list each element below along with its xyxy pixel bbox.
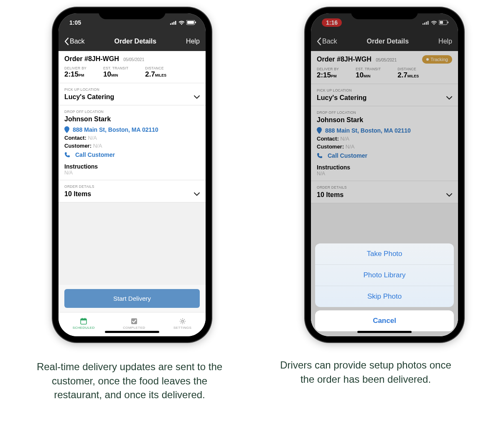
page-title: Order Details xyxy=(367,38,409,45)
page-title: Order Details xyxy=(115,38,156,45)
instructions-label: Instructions xyxy=(317,164,452,171)
address-row[interactable]: 888 Main St, Boston, MA 02110 xyxy=(64,126,200,133)
wifi-icon xyxy=(178,20,185,25)
tab-scheduled[interactable]: SCHEDULED xyxy=(73,317,95,330)
status-icons xyxy=(170,20,196,25)
pickup-section[interactable]: PICK UP LOCATION Lucy's Catering xyxy=(59,83,206,105)
svg-rect-16 xyxy=(428,21,429,25)
svg-rect-1 xyxy=(172,23,173,25)
sheet-option-group: Take Photo Photo Library Skip Photo xyxy=(315,243,454,307)
tracking-badge: Tracking xyxy=(422,55,452,64)
dropoff-section: DROP OFF LOCATION Johnson Stark 888 Main… xyxy=(59,105,206,180)
order-header-section: Order #8JH-WGH 05/05/2021 Tracking DELIV… xyxy=(311,51,458,84)
svg-rect-19 xyxy=(448,22,448,23)
calendar-icon xyxy=(80,317,87,325)
metric-distance: DISTANCE 2.7MILES xyxy=(145,66,166,79)
svg-point-12 xyxy=(181,320,183,322)
customer-row: Customer: N/A xyxy=(64,143,200,149)
svg-rect-9 xyxy=(82,318,83,319)
chevron-down-icon xyxy=(446,193,452,197)
wifi-icon xyxy=(431,20,437,25)
take-photo-button[interactable]: Take Photo xyxy=(315,243,454,265)
svg-rect-8 xyxy=(81,319,87,320)
svg-rect-5 xyxy=(187,21,194,24)
pickup-section[interactable]: PICK UP LOCATION Lucy's Catering xyxy=(311,84,458,106)
caption-left: Real-time delivery updates are sent to t… xyxy=(27,360,232,402)
svg-rect-13 xyxy=(423,23,424,25)
notch xyxy=(99,8,165,19)
nav-bar: Back Order Details Help xyxy=(311,32,458,51)
svg-rect-0 xyxy=(170,23,171,25)
address-text: 888 Main St, Boston, MA 02110 xyxy=(73,126,158,133)
check-icon xyxy=(130,317,138,325)
phone-mockup-left: 1:05 Back Order Details Help xyxy=(53,8,211,342)
photo-action-sheet: Take Photo Photo Library Skip Photo Canc… xyxy=(315,243,454,331)
svg-rect-6 xyxy=(195,22,196,23)
svg-rect-2 xyxy=(173,22,175,25)
svg-rect-10 xyxy=(85,318,86,319)
instructions-label: Instructions xyxy=(64,163,200,170)
phone-icon xyxy=(64,152,70,158)
order-header-section: Order #8JH-WGH 05/05/2021 DELIVER BY 2:1… xyxy=(59,51,206,83)
svg-rect-18 xyxy=(440,21,443,24)
start-delivery-button[interactable]: Start Delivery xyxy=(64,289,200,308)
skip-photo-button[interactable]: Skip Photo xyxy=(315,286,454,307)
notch xyxy=(351,8,418,19)
items-count: 10 Items xyxy=(317,191,344,199)
chevron-down-icon xyxy=(194,95,200,99)
content-scroll[interactable]: Order #8JH-WGH 05/05/2021 DELIVER BY 2:1… xyxy=(59,51,206,336)
metric-transit: EST. TRANSIT 10MIN xyxy=(356,67,381,79)
cancel-button[interactable]: Cancel xyxy=(315,310,454,331)
caption-right: Drivers can provide setup photos once th… xyxy=(276,358,456,386)
status-time: 1:16 xyxy=(322,18,342,27)
status-time: 1:05 xyxy=(69,19,81,26)
call-label: Call Customer xyxy=(328,152,367,159)
help-button[interactable]: Help xyxy=(186,38,200,45)
dropoff-name: Johnson Stark xyxy=(64,115,200,123)
phone-icon xyxy=(317,153,323,159)
home-indicator[interactable] xyxy=(357,331,412,333)
items-count: 10 Items xyxy=(64,190,91,198)
signal-icon xyxy=(423,20,429,25)
back-label: Back xyxy=(322,38,337,45)
chevron-left-icon xyxy=(64,38,69,45)
signal-icon xyxy=(170,20,177,25)
instructions-value: N/A xyxy=(317,171,452,177)
order-date: 05/05/2021 xyxy=(376,58,397,62)
battery-icon xyxy=(439,20,449,25)
home-indicator[interactable] xyxy=(105,331,159,333)
instructions-value: N/A xyxy=(64,170,200,176)
call-customer-button[interactable]: Call Customer xyxy=(317,152,452,159)
photo-library-button[interactable]: Photo Library xyxy=(315,265,454,286)
battery-icon xyxy=(186,20,196,25)
metric-distance: DISTANCE 2.7MILES xyxy=(397,67,419,79)
order-details-section[interactable]: ORDER DETAILS 10 Items xyxy=(59,180,206,202)
pickup-name: Lucy's Catering xyxy=(317,94,367,102)
back-button[interactable]: Back xyxy=(64,38,85,45)
address-text: 888 Main St, Boston, MA 02110 xyxy=(325,127,411,134)
customer-row: Customer: N/A xyxy=(317,143,452,150)
order-date: 05/05/2021 xyxy=(123,57,144,62)
gear-icon xyxy=(179,317,186,325)
svg-rect-3 xyxy=(175,21,176,25)
metric-deliver-by: DELIVER BY 2:15PM xyxy=(317,67,339,79)
svg-rect-15 xyxy=(426,22,427,25)
svg-rect-14 xyxy=(424,23,425,25)
tab-settings[interactable]: SETTINGS xyxy=(173,317,191,330)
status-icons xyxy=(423,20,449,25)
pin-icon xyxy=(317,127,322,134)
call-label: Call Customer xyxy=(75,151,115,158)
nav-bar: Back Order Details Help xyxy=(59,32,206,51)
chevron-down-icon xyxy=(446,96,452,100)
metric-deliver-by: DELIVER BY 2:15PM xyxy=(64,66,87,79)
back-label: Back xyxy=(70,38,85,45)
empty-space xyxy=(59,202,206,285)
chevron-left-icon xyxy=(317,38,321,45)
help-button[interactable]: Help xyxy=(438,38,452,45)
dropoff-section: DROP OFF LOCATION Johnson Stark 888 Main… xyxy=(311,106,458,181)
call-customer-button[interactable]: Call Customer xyxy=(64,151,200,158)
order-details-section[interactable]: ORDER DETAILS 10 Items xyxy=(311,181,458,203)
back-button[interactable]: Back xyxy=(317,38,337,45)
tab-completed[interactable]: COMPLETED xyxy=(123,317,145,330)
address-row[interactable]: 888 Main St, Boston, MA 02110 xyxy=(317,127,452,134)
